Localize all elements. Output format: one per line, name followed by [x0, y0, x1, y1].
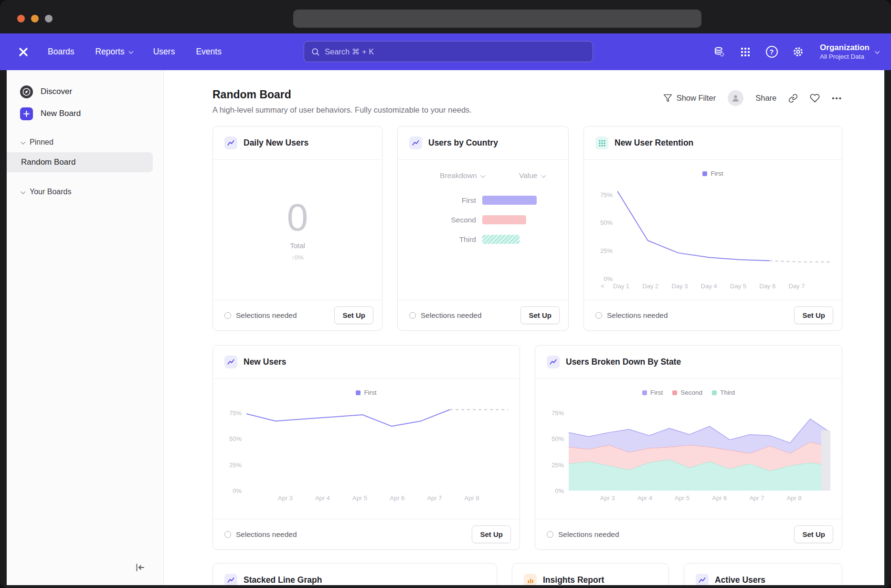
y-axis-label: 0% [555, 487, 564, 494]
legend-item: Second [672, 388, 702, 397]
status-circle-icon [595, 312, 602, 319]
legend-swatch-icon [642, 390, 647, 395]
y-axis-label: 0% [604, 275, 613, 283]
x-axis: Apr 3Apr 4Apr 5Apr 6Apr 7Apr 8 [600, 494, 802, 502]
metric-label: Total [290, 242, 305, 250]
retention-svg [617, 183, 830, 279]
sidebar-item-label: Random Board [21, 158, 75, 167]
mixpanel-logo-icon[interactable] [16, 45, 31, 59]
x-axis-label: Apr 3 [278, 494, 293, 502]
search-input[interactable] [325, 47, 586, 56]
card-title: New Users [244, 357, 286, 367]
y-axis-label: 75% [229, 409, 242, 416]
country-row: Second [398, 210, 568, 230]
report-bars-icon [524, 574, 537, 585]
country-row: Third [398, 230, 568, 249]
sidebar-section-your-boards[interactable]: Your Boards [7, 188, 163, 196]
collapse-sidebar-icon[interactable] [133, 560, 147, 575]
show-filter-button[interactable]: Show Filter [663, 94, 716, 103]
y-axis-label: 75% [600, 191, 613, 198]
x-axis-label: Day 3 [672, 283, 688, 290]
y-axis-label: 50% [552, 435, 564, 442]
legend-swatch-icon [712, 390, 717, 395]
country-row: First [398, 190, 568, 210]
prev-page-icon[interactable]: < [601, 283, 605, 290]
x-axis-label: Day 2 [642, 283, 658, 290]
set-up-button[interactable]: Set Up [794, 525, 833, 543]
chart-plot-area [617, 183, 830, 279]
nav-item-events[interactable]: Events [196, 47, 222, 57]
card-footer: Selections needed Set Up [213, 300, 382, 330]
set-up-button[interactable]: Set Up [334, 306, 373, 324]
close-window-button[interactable] [17, 15, 25, 22]
x-axis-label: Apr 7 [749, 494, 764, 502]
set-up-button[interactable]: Set Up [472, 525, 511, 543]
page-subtitle: A high-level summary of user behaviors. … [212, 105, 472, 115]
nav-item-boards[interactable]: Boards [48, 47, 74, 57]
org-switcher[interactable]: Organization All Project Data [820, 42, 879, 61]
url-bar[interactable] [293, 10, 701, 28]
sidebar-item-discover[interactable]: Discover [7, 81, 163, 103]
legend-label: First [364, 389, 376, 396]
chevron-down-icon [21, 139, 25, 144]
breakdown-dropdown[interactable]: Breakdown [440, 171, 484, 180]
chart-legend: FirstSecondThird [547, 388, 830, 397]
dropdown-label: Breakdown [440, 171, 477, 180]
by_state-svg [569, 402, 830, 491]
country-bar [482, 235, 520, 244]
global-search[interactable] [304, 41, 593, 62]
card-title: Daily New Users [244, 138, 308, 148]
status-label: Selections needed [421, 311, 482, 320]
favorite-heart-icon[interactable] [810, 93, 820, 103]
y-axis: 75%50%25%0% [595, 183, 617, 279]
country-row-label: Second [398, 216, 476, 224]
help-icon[interactable]: ? [764, 45, 779, 59]
sidebar-item-label: New Board [41, 109, 81, 118]
card-insights-report: Insights Report [512, 563, 669, 585]
card-body: 0 Total ↑0% [213, 160, 382, 300]
card-body: Breakdown Value FirstSecondThird [398, 160, 568, 300]
set-up-button[interactable]: Set Up [794, 306, 833, 324]
sidebar-item-new-board[interactable]: New Board [7, 103, 163, 125]
zoom-window-button[interactable] [45, 15, 53, 22]
x-axis-label: Apr 6 [390, 494, 404, 502]
line-chart-icon [224, 356, 237, 368]
card-users-by-state: Users Broken Down By State FirstSecondTh… [535, 345, 842, 550]
nav-item-reports[interactable]: Reports [95, 47, 132, 57]
data-management-icon[interactable] [712, 45, 726, 59]
nav-item-users[interactable]: Users [153, 47, 175, 57]
minimize-window-button[interactable] [31, 15, 39, 22]
apps-grid-icon[interactable] [738, 45, 753, 59]
board-controls: Show Filter Share ••• [663, 90, 842, 106]
sidebar-item-random-board[interactable]: Random Board [7, 152, 153, 172]
x-axis-label: Apr 6 [712, 494, 727, 502]
retention-chart: First 75%50%25%0% Day 1Day 2Day 3Day 4Da… [584, 160, 842, 290]
share-button[interactable]: Share [755, 94, 776, 103]
x-axis: Day 1Day 2Day 3Day 4Day 5Day 6Day 7< [613, 283, 805, 290]
section-label: Pinned [30, 138, 53, 147]
x-axis-label: Apr 4 [637, 494, 652, 502]
avatar[interactable] [728, 90, 743, 106]
chevron-down-icon [480, 173, 485, 178]
sidebar-section-pinned[interactable]: Pinned [7, 138, 163, 147]
filter-funnel-icon [663, 94, 672, 103]
new_users-svg [246, 402, 508, 491]
navbar-right-cluster: ? Organization All Project Data [712, 33, 879, 70]
chart-legend: First [224, 388, 508, 397]
card-daily-new-users: Daily New Users 0 Total ↑0% Selections n… [212, 126, 382, 331]
line-chart-icon [224, 136, 237, 149]
dropdown-label: Value [519, 171, 538, 180]
set-up-button[interactable]: Set Up [520, 306, 560, 324]
card-title: Users Broken Down By State [566, 357, 681, 367]
y-axis: 75%50%25%0% [224, 402, 246, 491]
card-new-users: New Users First 75%50%25%0% Apr 3Apr 4Ap… [212, 345, 520, 550]
status-circle-icon [409, 312, 416, 319]
sidebar-item-label: Discover [41, 87, 72, 96]
new-users-chart: First 75%50%25%0% Apr 3Apr 4Apr 5Apr 6Ap… [213, 379, 520, 502]
chevron-down-icon [875, 49, 880, 54]
x-axis-label: Day 1 [613, 283, 629, 290]
copy-link-icon[interactable] [788, 94, 798, 103]
value-dropdown[interactable]: Value [519, 171, 545, 180]
more-options-icon[interactable]: ••• [832, 94, 842, 102]
settings-gear-icon[interactable] [791, 45, 805, 59]
